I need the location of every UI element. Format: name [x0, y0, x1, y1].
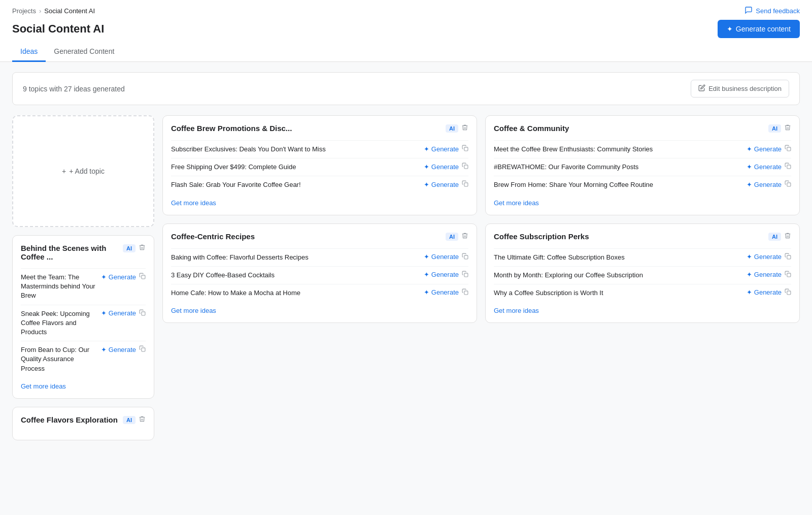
idea-row: Meet the Team: The Masterminds behind Yo… [21, 268, 146, 305]
idea-row: Home Cafe: How to Make a Mocha at Home ✦… [171, 284, 468, 302]
svg-rect-6 [464, 255, 468, 259]
spark-icon: ✦ [747, 271, 752, 278]
generate-label: Generate [754, 163, 782, 171]
copy-icon[interactable] [785, 180, 791, 188]
copy-icon[interactable] [462, 180, 468, 188]
generate-button[interactable]: ✦ Generate [424, 271, 459, 278]
edit-business-description-button[interactable]: Edit business description [691, 80, 789, 98]
add-topic-card[interactable]: + + Add topic [12, 115, 154, 227]
generate-button[interactable]: ✦ Generate [424, 163, 459, 171]
idea-row: Flash Sale: Grab Your Favorite Coffee Ge… [171, 176, 468, 194]
idea-row: 3 Easy DIY Coffee-Based Cocktails ✦ Gene… [171, 266, 468, 284]
spark-icon: ✦ [747, 181, 752, 188]
delete-icon-coffee-community[interactable] [784, 124, 791, 133]
idea-text: Home Cafe: How to Make a Mocha at Home [171, 288, 424, 298]
generate-label: Generate [109, 273, 136, 281]
generate-content-label: Generate content [736, 25, 791, 33]
generate-button[interactable]: ✦ Generate [747, 253, 782, 261]
delete-icon-coffee-subscription[interactable] [784, 232, 791, 241]
delete-icon-coffee-flavors[interactable] [139, 415, 146, 425]
ai-badge-behind-scenes: AI [123, 244, 136, 252]
copy-icon[interactable] [462, 253, 468, 261]
get-more-ideas-coffee-community[interactable]: Get more ideas [494, 199, 539, 207]
generate-label: Generate [109, 346, 136, 353]
generate-label: Generate [431, 288, 459, 296]
feedback-icon [745, 6, 753, 16]
copy-icon[interactable] [785, 253, 791, 261]
idea-text: Free Shipping Over $499: Complete Guide [171, 163, 424, 172]
generate-label: Generate [754, 145, 782, 153]
copy-icon[interactable] [462, 145, 468, 153]
topic-title-coffee-recipes: Coffee-Centric Recipes [171, 232, 446, 241]
svg-rect-12 [787, 255, 791, 259]
right-column: Coffee & Community AI Meet the Coffee Br… [485, 115, 800, 440]
copy-icon[interactable] [785, 271, 791, 279]
topic-card-coffee-flavors: Coffee Flavors Exploration AI [12, 407, 154, 440]
ai-badge-coffee-flavors: AI [123, 416, 136, 424]
spark-icon: ✦ [747, 253, 752, 261]
topic-card-coffee-subscription: Coffee Subscription Perks AI The Ultimat… [485, 223, 800, 324]
generate-button[interactable]: ✦ Generate [747, 271, 782, 278]
generate-button[interactable]: ✦ Generate [747, 145, 782, 153]
tab-ideas[interactable]: Ideas [12, 42, 46, 62]
ai-badge-brew-promotions: AI [446, 124, 458, 133]
summary-bar: 9 topics with 27 ideas generated Edit bu… [12, 72, 800, 105]
get-more-ideas-brew-promotions[interactable]: Get more ideas [171, 199, 216, 207]
idea-row: Month by Month: Exploring our Coffee Sub… [494, 266, 791, 284]
copy-icon[interactable] [785, 145, 791, 153]
copy-icon[interactable] [462, 288, 468, 297]
generate-button[interactable]: ✦ Generate [424, 288, 459, 296]
tabs: Ideas Generated Content [12, 42, 800, 61]
delete-icon-coffee-recipes[interactable] [461, 232, 468, 241]
spark-icon: ✦ [101, 346, 107, 353]
generate-button[interactable]: ✦ Generate [424, 181, 459, 188]
copy-icon[interactable] [462, 271, 468, 279]
delete-icon-behind-scenes[interactable] [139, 244, 146, 253]
svg-rect-7 [464, 273, 468, 277]
copy-icon[interactable] [139, 309, 146, 317]
generate-button[interactable]: ✦ Generate [747, 181, 782, 188]
svg-rect-14 [787, 291, 791, 295]
generate-button[interactable]: ✦ Generate [101, 346, 136, 353]
get-more-ideas-behind-scenes[interactable]: Get more ideas [21, 382, 66, 390]
generate-button[interactable]: ✦ Generate [424, 145, 459, 153]
copy-icon[interactable] [785, 163, 791, 171]
idea-row: Sneak Peek: Upcoming Coffee Flavors and … [21, 305, 146, 341]
generate-button[interactable]: ✦ Generate [747, 163, 782, 171]
add-topic-plus-icon: + [62, 167, 66, 175]
get-more-ideas-coffee-subscription[interactable]: Get more ideas [494, 307, 539, 314]
spark-icon: ✦ [424, 163, 429, 171]
generate-label: Generate [431, 181, 459, 188]
send-feedback-button[interactable]: Send feedback [745, 6, 800, 16]
spark-icon: ✦ [424, 288, 429, 296]
svg-rect-13 [787, 273, 791, 277]
idea-text: Month by Month: Exploring our Coffee Sub… [494, 271, 747, 280]
breadcrumb-current: Social Content AI [44, 7, 95, 15]
copy-icon[interactable] [785, 288, 791, 297]
ai-badge-coffee-community: AI [768, 124, 781, 133]
generate-button[interactable]: ✦ Generate [424, 253, 459, 261]
svg-rect-2 [142, 348, 145, 351]
idea-text: Sneak Peek: Upcoming Coffee Flavors and … [21, 309, 101, 337]
generate-button[interactable]: ✦ Generate [747, 288, 782, 296]
mid-column: Coffee Brew Promotions & Disc... AI Subs… [162, 115, 477, 440]
get-more-ideas-coffee-recipes[interactable]: Get more ideas [171, 307, 216, 314]
tab-generated-content[interactable]: Generated Content [46, 42, 122, 62]
generate-button[interactable]: ✦ Generate [101, 273, 136, 281]
svg-rect-5 [464, 183, 468, 186]
delete-icon-brew-promotions[interactable] [461, 124, 468, 133]
breadcrumb-separator: › [39, 7, 41, 15]
generate-content-button[interactable]: ✦ Generate content [718, 20, 800, 38]
ai-badge-coffee-recipes: AI [446, 233, 458, 241]
copy-icon[interactable] [139, 345, 146, 353]
send-feedback-label: Send feedback [756, 7, 800, 15]
idea-row: Meet the Coffee Brew Enthusiasts: Commun… [494, 140, 791, 158]
breadcrumb-projects[interactable]: Projects [12, 7, 36, 15]
generate-button[interactable]: ✦ Generate [101, 309, 136, 317]
idea-row: Why a Coffee Subscription is Worth It ✦ … [494, 284, 791, 302]
copy-icon[interactable] [462, 163, 468, 171]
spark-icon: ✦ [424, 253, 429, 261]
generate-label: Generate [109, 309, 136, 317]
copy-icon[interactable] [139, 273, 146, 281]
spark-icon: ✦ [101, 273, 107, 281]
